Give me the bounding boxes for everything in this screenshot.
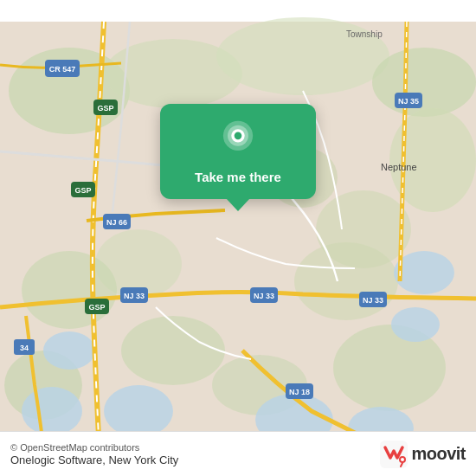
map-container: CR 547 GSP GSP GSP NJ 66 NJ 33 NJ 33 NJ … [0,0,476,476]
svg-text:NJ 33: NJ 33 [124,292,145,300]
moovit-logo: moovit [380,441,466,468]
svg-point-12 [22,251,117,329]
svg-text:CR 547: CR 547 [49,65,76,74]
svg-point-18 [22,387,82,435]
svg-text:Township: Township [346,29,383,39]
osm-credit: © OpenStreetMap contributors [10,442,380,453]
svg-point-49 [235,132,242,140]
svg-point-15 [394,251,454,294]
svg-text:NJ 66: NJ 66 [106,218,127,227]
svg-point-19 [104,385,173,437]
popup-label: Take me there [195,170,281,185]
svg-point-52 [401,458,404,461]
svg-text:NJ 33: NJ 33 [363,296,383,305]
svg-point-14 [294,242,398,320]
location-pin-icon [217,119,259,161]
svg-text:34: 34 [20,344,29,352]
svg-text:NJ 35: NJ 35 [398,97,419,106]
svg-text:NJ 18: NJ 18 [289,388,310,396]
bottom-bar: © OpenStreetMap contributors Onelogic So… [0,431,476,476]
svg-point-17 [43,331,95,370]
company-name: Onelogic Software, New York City [10,453,380,466]
popup-card[interactable]: Take me there [160,104,316,199]
svg-rect-50 [380,441,408,468]
moovit-icon [380,441,408,468]
svg-text:GSP: GSP [74,186,91,195]
svg-point-16 [391,307,440,342]
svg-text:Neptune: Neptune [381,162,417,172]
svg-text:GSP: GSP [88,303,105,312]
svg-point-8 [121,316,225,385]
map-svg: CR 547 GSP GSP GSP NJ 66 NJ 33 NJ 33 NJ … [0,0,476,476]
svg-text:GSP: GSP [97,104,113,113]
svg-text:NJ 33: NJ 33 [254,292,274,300]
moovit-text: moovit [411,444,466,464]
svg-point-4 [372,48,476,117]
